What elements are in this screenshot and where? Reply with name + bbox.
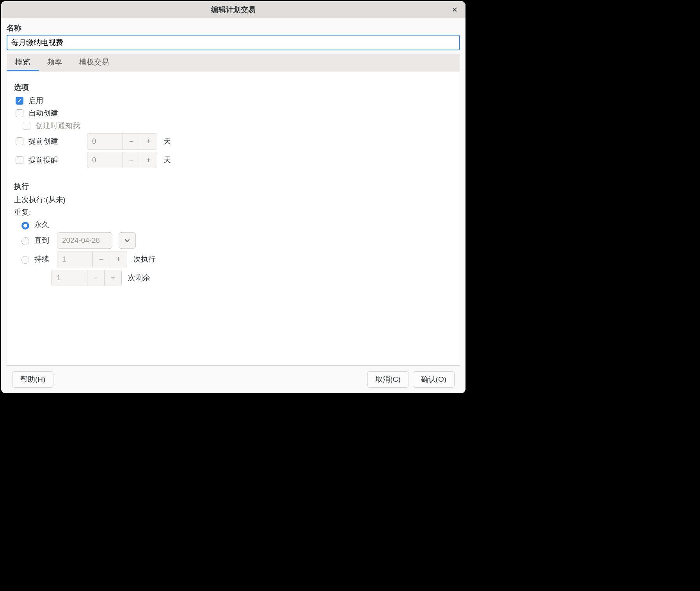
tab-overview[interactable]: 概览 (7, 54, 39, 71)
remaining-input (52, 270, 87, 286)
button-label: 确认(O) (421, 374, 446, 385)
occurrences-unit: 次执行 (133, 254, 156, 264)
content-area: 名称 概览 频率 模板交易 选项 启用 自动创建 创建时通知我 提 (1, 18, 465, 393)
help-button[interactable]: 帮助(H) (12, 371, 53, 388)
minus-icon: − (87, 270, 104, 286)
tab-label: 概览 (15, 57, 30, 67)
name-label: 名称 (7, 23, 460, 33)
window-title: 编辑计划交易 (211, 5, 256, 15)
create-ahead-checkbox[interactable] (16, 137, 23, 145)
plus-icon: + (140, 152, 157, 168)
dialog-window: 编辑计划交易 ✕ 名称 概览 频率 模板交易 选项 启用 自动创建 创建时通知我 (0, 0, 467, 394)
remaining-unit: 次剩余 (128, 273, 150, 283)
repeat-for-label: 持续 (34, 254, 53, 264)
remind-ahead-label: 提前提醒 (28, 155, 83, 165)
remind-ahead-checkbox[interactable] (16, 156, 23, 164)
repeat-until-label: 直到 (34, 235, 53, 246)
enable-label: 启用 (28, 96, 43, 106)
remind-ahead-spin: − + (87, 152, 157, 168)
name-input[interactable] (7, 35, 460, 50)
occurrences-input (57, 251, 92, 267)
remind-ahead-input (87, 152, 123, 168)
options-section-title: 选项 (14, 82, 453, 93)
tab-template[interactable]: 模板交易 (71, 54, 117, 71)
close-icon[interactable]: ✕ (449, 4, 460, 15)
repeat-forever-label: 永久 (34, 220, 49, 230)
last-run-label: 上次执行:(从未) (14, 195, 66, 205)
tab-bar: 概览 频率 模板交易 (7, 54, 460, 71)
repeat-for-radio[interactable] (21, 256, 29, 264)
plus-icon: + (104, 270, 121, 286)
repeat-label: 重复: (14, 207, 31, 217)
dialog-footer: 帮助(H) 取消(C) 确认(O) (7, 366, 460, 393)
create-ahead-spin: − + (87, 133, 157, 150)
tab-label: 模板交易 (79, 57, 109, 67)
tab-panel-overview: 选项 启用 自动创建 创建时通知我 提前创建 − + (7, 71, 460, 366)
until-date-input (57, 233, 112, 248)
create-ahead-label: 提前创建 (28, 136, 83, 146)
auto-create-label: 自动创建 (28, 108, 58, 118)
execution-section-title: 执行 (14, 182, 453, 192)
button-label: 取消(C) (375, 374, 400, 385)
occurrences-spin: − + (57, 251, 127, 267)
minus-icon: − (123, 152, 140, 168)
notify-on-create-label: 创建时通知我 (36, 121, 80, 131)
minus-icon: − (92, 251, 110, 267)
ok-button[interactable]: 确认(O) (413, 371, 455, 388)
enable-checkbox[interactable] (16, 97, 23, 105)
remind-ahead-unit: 天 (163, 155, 171, 165)
cancel-button[interactable]: 取消(C) (367, 371, 409, 388)
tab-frequency[interactable]: 频率 (39, 54, 71, 71)
tab-label: 频率 (47, 57, 62, 67)
auto-create-checkbox[interactable] (16, 109, 23, 117)
until-date-field (57, 232, 112, 249)
create-ahead-unit: 天 (163, 136, 171, 146)
plus-icon: + (140, 134, 157, 149)
button-label: 帮助(H) (20, 374, 45, 385)
minus-icon: − (123, 134, 140, 149)
repeat-until-radio[interactable] (21, 237, 29, 245)
create-ahead-input (87, 134, 123, 149)
remaining-spin: − + (52, 270, 122, 286)
notify-on-create-checkbox (23, 122, 30, 130)
plus-icon: + (110, 251, 127, 267)
chevron-down-icon[interactable] (119, 232, 136, 249)
repeat-forever-radio[interactable] (21, 222, 29, 230)
titlebar: 编辑计划交易 ✕ (1, 1, 465, 18)
